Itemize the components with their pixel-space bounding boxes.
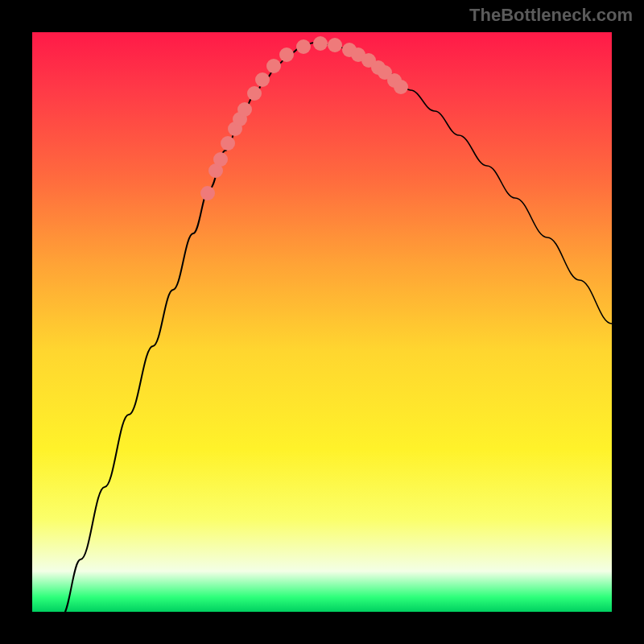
watermark-text: TheBottleneck.com — [469, 5, 633, 26]
highlight-dots-group — [200, 36, 408, 200]
highlight-dot — [328, 38, 342, 52]
highlight-dot — [266, 59, 281, 73]
highlight-dot — [213, 152, 228, 167]
highlight-dot — [200, 186, 215, 200]
left-curve — [62, 43, 314, 612]
highlight-dot — [255, 72, 270, 87]
plot-area — [32, 32, 612, 612]
highlight-dot — [313, 36, 328, 51]
highlight-dot — [221, 136, 235, 151]
curve-svg — [32, 32, 612, 612]
right-curve — [314, 43, 612, 324]
highlight-dot — [394, 80, 408, 94]
highlight-dot — [279, 47, 294, 62]
highlight-dot — [296, 39, 311, 54]
highlight-dot — [247, 86, 262, 101]
highlight-dot — [237, 102, 252, 117]
